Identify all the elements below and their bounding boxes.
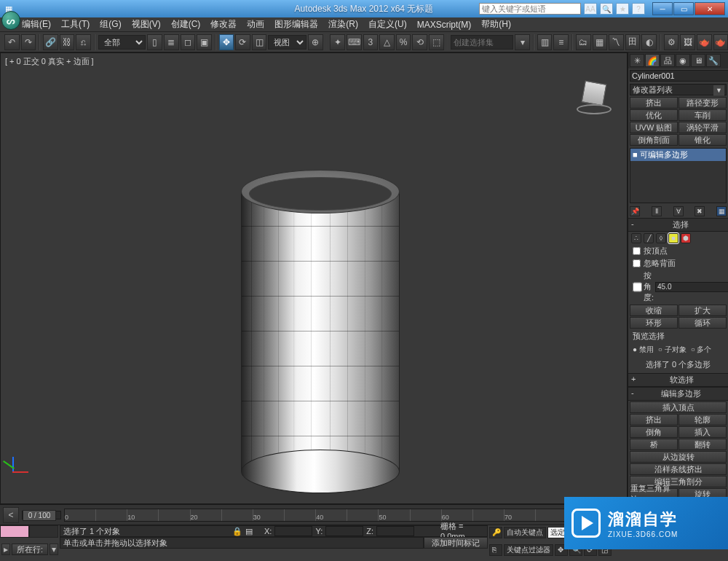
link-button[interactable]: 🔗 [43,34,58,50]
btn-ring[interactable]: 环形 [630,317,678,329]
maximize-button[interactable]: ▭ [673,2,694,15]
scene-cylinder[interactable] [241,170,400,493]
select-object-button[interactable]: ▯ [147,34,162,50]
redo-button[interactable]: ↷ [21,34,36,50]
time-slider[interactable]: 0 / 100 [22,511,61,519]
menu-help[interactable]: 帮助(H) [481,18,511,31]
undo-button[interactable]: ↶ [4,34,20,50]
select-region-button[interactable]: ◻ [181,34,196,50]
menu-render[interactable]: 渲染(R) [328,18,358,31]
info-button[interactable]: 🔍 [600,3,613,15]
tab-utilities[interactable]: 🔧 [706,54,721,67]
manipulate-button[interactable]: ✦ [330,34,345,50]
angle-input[interactable] [655,282,728,292]
so-edge[interactable]: ╱ [644,233,654,243]
btn-bevel[interactable]: 倒角 [630,426,678,438]
menu-customize[interactable]: 自定义(U) [368,18,407,31]
set-key-mode-icon[interactable]: 🔑 [489,527,502,538]
subscribe-button[interactable]: ★ [616,3,629,15]
btn-insertvert[interactable]: 插入顶点 [630,401,727,413]
stack-item-editpoly[interactable]: ■ 可编辑多边形 [630,149,726,161]
application-menu-button[interactable]: ᔕ [1,11,20,30]
configure-sets-button[interactable]: ▦ [716,206,727,216]
pivot-center-button[interactable]: ⊕ [308,34,323,50]
align-button[interactable]: ≡ [553,34,569,50]
btn-grow[interactable]: 扩大 [678,305,727,316]
menu-edit[interactable]: 编辑(E) [22,18,51,31]
coord-y-input[interactable] [325,526,363,536]
autokey-button[interactable]: 自动关键点 [504,527,546,538]
script-mini-button[interactable]: ▸ [1,544,10,555]
object-name-input[interactable] [630,70,728,82]
help-icon[interactable]: AA [584,3,597,15]
edged-faces-button[interactable]: ⬚ [429,34,444,50]
lock-selection-icon[interactable]: 🔒 [232,526,242,536]
snap-toggle-button[interactable]: 3 [363,34,379,50]
btn-insert[interactable]: 插入 [678,426,727,438]
mirror-button[interactable]: ▥ [537,34,553,50]
select-by-name-button[interactable]: ≣ [164,34,179,50]
tab-display[interactable]: 🖥 [691,54,705,67]
so-element[interactable]: ⬢ [681,233,691,243]
viewport[interactable]: [ + 0 正交 0 真实 + 边面 ] [0,52,628,504]
macro-recorder-button[interactable]: 所在行: [12,544,48,555]
btn-turbosmooth[interactable]: 涡轮平滑 [678,122,727,133]
key-filter-button[interactable]: 关键点过滤器 [504,544,553,556]
menu-view[interactable]: 视图(V) [132,18,161,31]
selset-dropdown-button[interactable]: ▾ [515,34,530,50]
selection-filter-select[interactable]: 全部 [98,35,146,50]
layer-manager-button[interactable]: 🗂 [576,34,591,50]
btn-bevelprofile[interactable]: 倒角剖面 [630,134,678,146]
menu-group[interactable]: 组(G) [100,18,121,31]
iso-selection-icon[interactable]: ▤ [245,526,253,536]
btn-loop[interactable]: 循环 [678,317,727,329]
btn-flip[interactable]: 翻转 [678,439,727,450]
render-setup-button[interactable]: ⚙ [664,34,679,50]
listener-button[interactable]: ▾ [50,544,58,555]
btn-pathdeform[interactable]: 路径变形 [678,97,727,109]
chk-byvertex[interactable]: 按顶点 [628,245,728,257]
btn-taper[interactable]: 锥化 [678,134,727,146]
modifier-list-dropdown[interactable]: 修改器列表 [630,84,727,95]
scale-button[interactable]: ◫ [252,34,267,50]
btn-extrude2[interactable]: 挤出 [630,414,678,425]
so-vertex[interactable]: ∴ [631,233,641,243]
graphite-button[interactable]: ▦ [593,34,608,50]
key-filters-icon[interactable]: ⎘ [489,544,502,556]
tab-motion[interactable]: ◉ [676,54,690,67]
help-search-input[interactable] [479,3,581,15]
rotate-button[interactable]: ⟳ [235,34,250,50]
chk-ignoreback[interactable]: 忽略背面 [628,257,728,270]
menu-maxscript[interactable]: MAXScript(M) [417,20,472,30]
btn-optimize[interactable]: 优化 [630,109,678,121]
angle-snap-button[interactable]: △ [379,34,395,50]
pin-stack-button[interactable]: 📌 [630,206,640,216]
coord-x-input[interactable] [274,526,312,536]
chk-byangle[interactable] [633,282,642,292]
menu-animation[interactable]: 动画 [247,18,264,31]
so-border[interactable]: ◊ [656,233,666,243]
material-editor-button[interactable]: ◐ [641,34,657,50]
make-unique-button[interactable]: ∀ [673,206,684,216]
modifier-stack[interactable]: ■ 可编辑多边形 [630,148,727,203]
teapot-button[interactable]: 🫖 [713,34,728,50]
remove-modifier-button[interactable]: ✖ [695,206,705,216]
help-button[interactable]: ? [632,3,645,15]
time-config-button[interactable]: < [3,507,19,523]
tab-hierarchy[interactable]: 品 [660,54,675,67]
btn-shrink[interactable]: 收缩 [630,305,678,316]
viewport-label[interactable]: [ + 0 正交 0 真实 + 边面 ] [5,56,94,67]
btn-lathe[interactable]: 车削 [678,109,727,121]
rollup-editpoly[interactable]: 编辑多边形 [628,387,728,401]
radio-multi[interactable]: ○ 多个 [691,345,712,355]
window-crossing-button[interactable]: ▣ [197,34,212,50]
bind-spacewarp-button[interactable]: ⎌ [76,34,91,50]
render-production-button[interactable]: 🫖 [697,34,712,50]
named-selection-input[interactable] [451,35,513,50]
menu-graph[interactable]: 图形编辑器 [274,18,318,31]
minimize-button[interactable]: ─ [652,2,673,15]
ref-coord-select[interactable]: 视图 [268,35,306,50]
viewcube[interactable] [576,75,612,111]
move-button[interactable]: ✥ [219,34,234,50]
schematic-view-button[interactable]: 田 [625,34,641,50]
